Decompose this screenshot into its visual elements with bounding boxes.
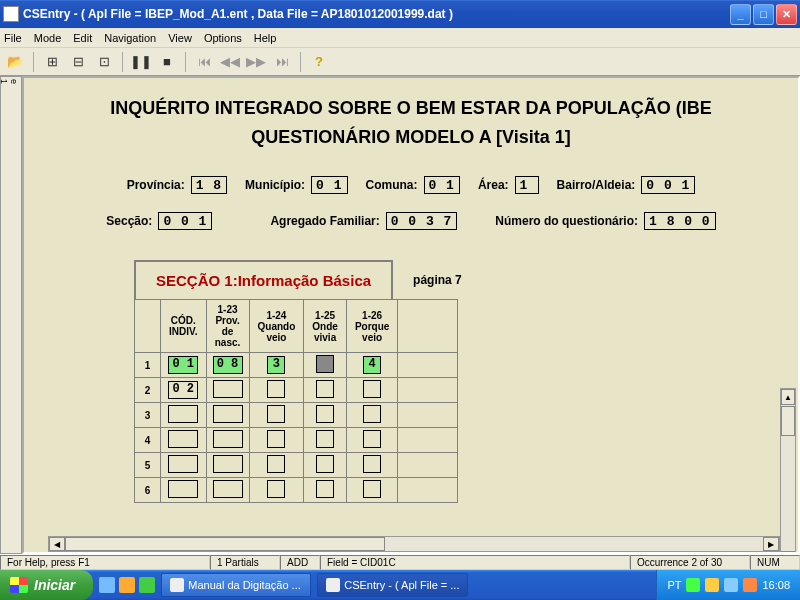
csentry-icon [326, 578, 340, 592]
titlebar: CSEntry - ( Apl File = IBEP_Mod_A1.ent ,… [0, 0, 800, 28]
scroll-right-icon[interactable]: ▶ [763, 537, 779, 551]
bairro-label: Bairro/Aldeia: [557, 178, 636, 192]
tray-lang[interactable]: PT [667, 579, 681, 591]
cell-input[interactable] [168, 480, 198, 498]
next-icon[interactable]: ▶▶ [245, 51, 267, 73]
tray-icon-3[interactable] [724, 578, 738, 592]
cell-input[interactable] [363, 455, 381, 473]
cell-input[interactable] [213, 455, 243, 473]
cell-input[interactable]: 0 8 [213, 356, 243, 374]
menu-view[interactable]: View [168, 32, 192, 44]
scroll-left-icon[interactable]: ◀ [49, 537, 65, 551]
cell-input[interactable]: 0 2 [168, 381, 198, 399]
minimize-button[interactable]: _ [730, 4, 751, 25]
cell-input[interactable] [213, 405, 243, 423]
cell-input[interactable] [213, 480, 243, 498]
cell-input[interactable] [168, 455, 198, 473]
cell-input[interactable] [316, 380, 334, 398]
row-number: 1 [135, 353, 161, 378]
menu-edit[interactable]: Edit [73, 32, 92, 44]
provincia-label: Província: [127, 178, 185, 192]
horizontal-scrollbar[interactable]: ◀ ▶ [48, 536, 780, 552]
maximize-button[interactable]: □ [753, 4, 774, 25]
table-cell [346, 378, 397, 403]
tree-del-icon[interactable]: ⊟ [67, 51, 89, 73]
last-icon[interactable]: ⏭ [271, 51, 293, 73]
table-cell [346, 403, 397, 428]
menu-file[interactable]: File [4, 32, 22, 44]
tree-add-icon[interactable]: ⊞ [41, 51, 63, 73]
tray-icon-1[interactable] [686, 578, 700, 592]
stop-icon[interactable]: ■ [156, 51, 178, 73]
table-header [398, 300, 458, 353]
status-field: Field = CID01C [320, 555, 630, 570]
system-tray: PT 16:08 [656, 570, 800, 600]
side-panel[interactable]: e1 [0, 76, 22, 554]
cell-input[interactable] [316, 355, 334, 373]
cell-input[interactable] [213, 380, 243, 398]
menu-mode[interactable]: Mode [34, 32, 62, 44]
tray-clock[interactable]: 16:08 [762, 579, 790, 591]
quick-icon-2[interactable] [119, 577, 135, 593]
cell-input[interactable] [316, 480, 334, 498]
cell-input[interactable] [168, 405, 198, 423]
titlebar-text: CSEntry - ( Apl File = IBEP_Mod_A1.ent ,… [23, 7, 730, 21]
start-button[interactable]: Iniciar [0, 570, 93, 600]
table-cell-empty [398, 428, 458, 453]
table-header: CÓD.INDIV. [161, 300, 207, 353]
seccao-value[interactable]: 0 0 1 [158, 212, 212, 230]
tray-icon-4[interactable] [743, 578, 757, 592]
cell-input[interactable] [363, 405, 381, 423]
cell-input[interactable] [267, 380, 285, 398]
table-cell [346, 428, 397, 453]
quick-icon-3[interactable] [139, 577, 155, 593]
scroll-up-icon[interactable]: ▲ [781, 389, 795, 405]
table-cell [161, 478, 207, 503]
cell-input[interactable] [267, 405, 285, 423]
cell-input[interactable] [168, 430, 198, 448]
close-button[interactable]: ✕ [776, 4, 797, 25]
quick-launch [99, 577, 155, 593]
cell-input[interactable] [316, 430, 334, 448]
help-icon[interactable]: ? [308, 51, 330, 73]
cell-input[interactable] [267, 480, 285, 498]
cell-input[interactable] [316, 405, 334, 423]
tree-node-icon[interactable]: ⊡ [93, 51, 115, 73]
table-cell-empty [398, 378, 458, 403]
scroll-thumb[interactable] [781, 406, 795, 436]
cell-input[interactable]: 3 [267, 356, 285, 374]
table-row: 3 [135, 403, 458, 428]
open-icon[interactable]: 📂 [4, 51, 26, 73]
task-item-2[interactable]: CSEntry - ( Apl File = ... [317, 573, 468, 597]
prev-icon[interactable]: ◀◀ [219, 51, 241, 73]
table-header: 1-25Ondevivia [304, 300, 347, 353]
cell-input[interactable] [363, 480, 381, 498]
tray-icon-2[interactable] [705, 578, 719, 592]
menu-options[interactable]: Options [204, 32, 242, 44]
first-icon[interactable]: ⏮ [193, 51, 215, 73]
cell-input[interactable] [213, 430, 243, 448]
bairro-value[interactable]: 0 0 1 [641, 176, 695, 194]
provincia-value[interactable]: 1 8 [191, 176, 227, 194]
table-cell [206, 453, 249, 478]
area-value[interactable]: 1 [515, 176, 539, 194]
cell-input[interactable] [363, 380, 381, 398]
vertical-scrollbar[interactable]: ▲ ▼ [780, 388, 796, 554]
quick-icon-1[interactable] [99, 577, 115, 593]
menu-help[interactable]: Help [254, 32, 277, 44]
menu-navigation[interactable]: Navigation [104, 32, 156, 44]
cell-input[interactable] [267, 455, 285, 473]
cell-input[interactable]: 0 1 [168, 356, 198, 374]
agregado-value[interactable]: 0 0 3 7 [386, 212, 458, 230]
numero-value[interactable]: 1 8 0 0 [644, 212, 716, 230]
municipio-value[interactable]: 0 1 [311, 176, 347, 194]
cell-input[interactable]: 4 [363, 356, 381, 374]
task-item-1[interactable]: Manual da Digitação ... [161, 573, 311, 597]
cell-input[interactable] [363, 430, 381, 448]
cell-input[interactable] [267, 430, 285, 448]
cell-input[interactable] [316, 455, 334, 473]
pause-icon[interactable]: ❚❚ [130, 51, 152, 73]
section-title: SECÇÃO 1:Informação Básica [134, 260, 393, 299]
hscroll-thumb[interactable] [65, 537, 385, 551]
comuna-value[interactable]: 0 1 [424, 176, 460, 194]
